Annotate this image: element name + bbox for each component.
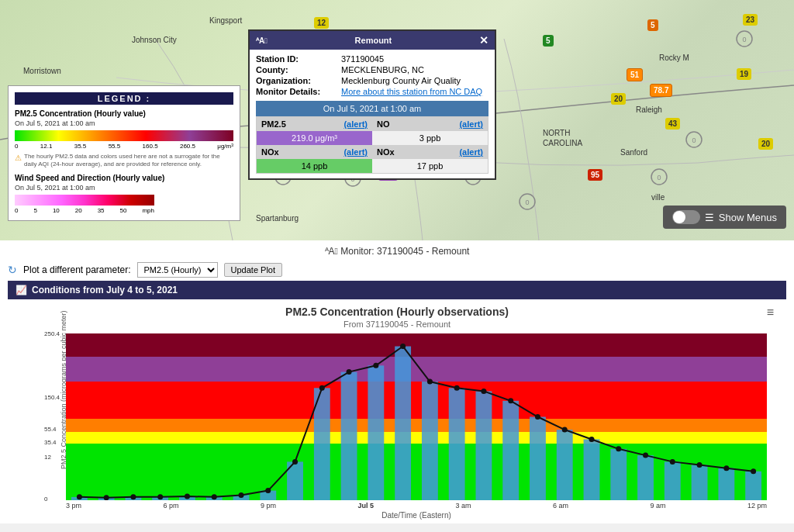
popup-monitor-link[interactable]: More about this station from NC DAQ [341,87,482,96]
toggle-knob [673,211,685,223]
svg-text:Kingsport: Kingsport [209,16,242,25]
svg-point-74 [697,462,703,468]
popup-pm25-alert-link[interactable]: (alert) [343,119,368,129]
svg-text:0: 0 [525,199,529,206]
svg-point-75 [723,465,729,471]
x-axis-labels: 3 pm 6 pm 9 pm Jul 5 3 am 6 am 9 am 12 p… [66,500,767,510]
show-menus-toggle[interactable]: ☰ Show Menus [663,206,786,229]
marker-19[interactable]: 19 [737,68,751,80]
svg-text:Sanford: Sanford [620,148,647,157]
legend-wind-date: On Jul 5, 2021 at 1:00 am [15,184,233,192]
popup-no-label-cell: NO (alert) [372,117,488,131]
popup-nox-value-cell: 14 ppb [257,159,372,173]
popup-nox-label-cell: NOx (alert) [257,145,372,159]
svg-text:0: 0 [657,174,661,181]
popup-monitor-label: Monitor Details: [256,87,341,96]
show-menus-icon: ☰ [705,212,714,223]
svg-point-52 [104,495,109,500]
plot-param-label: Plot a different parameter: [23,264,131,275]
y-tick-12: 12 [44,454,51,461]
popup-no-value-cell: 3 ppb [372,131,488,145]
popup-station-value: 371190045 [341,54,384,64]
popup-body: Station ID: 371190045 County: MECKLENBUR… [250,50,495,178]
y-tick-0: 0 [44,495,47,502]
svg-point-53 [130,494,136,499]
svg-rect-44 [584,439,600,500]
refresh-icon: ↻ [8,264,17,276]
svg-point-66 [481,389,486,394]
conditions-icon: 📈 [16,285,27,295]
plot-controls: ↻ Plot a different parameter: PM2.5 (Hou… [8,259,786,281]
marker-20a[interactable]: 20 [611,93,626,105]
svg-point-69 [562,427,568,433]
svg-rect-43 [557,430,573,500]
map-section: Morristown Knoxville Johnson City Kingsp… [0,0,794,240]
svg-point-59 [292,459,298,465]
marker-5[interactable]: 5 [543,35,554,47]
popup-org-row: Organization: Mecklenburg County Air Qua… [256,76,488,85]
svg-rect-37 [395,347,411,500]
marker-5b[interactable]: 5 [647,19,658,31]
popup-nox-alert-link[interactable]: (alert) [343,147,368,157]
legend-wind-label: Wind Speed and Direction (Hourly value) [15,174,233,182]
svg-rect-39 [449,388,465,500]
popup-close-button[interactable]: ✕ [479,34,488,47]
toggle-switch[interactable] [672,210,700,224]
param-select[interactable]: PM2.5 (Hourly) [137,262,218,278]
y-tick-554: 55.4 [44,425,57,432]
svg-point-51 [77,494,82,499]
svg-point-57 [239,492,244,498]
marker-787[interactable]: 78.7 [650,84,672,97]
svg-rect-50 [745,472,761,500]
popup-no-alert-link[interactable]: (alert) [459,119,483,129]
popup-nox2-label-cell: NOx (alert) [372,145,488,159]
popup-nox2-value-cell: 17 ppb [372,159,488,173]
svg-rect-45 [610,449,627,500]
legend-pm25-label: PM2.5 Concentration (Hourly value) [15,109,233,118]
legend-box: LEGEND : PM2.5 Concentration (Hourly val… [8,85,240,221]
svg-point-54 [157,494,163,499]
legend-note-icon: ⚠ [15,153,22,163]
svg-rect-36 [368,365,384,500]
svg-rect-46 [637,455,654,500]
popup-county-row: County: MECKLENBURG, NC [256,65,488,74]
chart-menu-icon[interactable]: ≡ [767,306,774,320]
x-axis-label: Date/Time (Eastern) [66,510,767,520]
legend-pm25-date: On Jul 5, 2021 at 1:00 am [15,119,233,127]
svg-text:Morristown: Morristown [23,67,61,75]
popup-data-header: On Jul 5, 2021 at 1:00 am [256,101,488,116]
svg-text:Raleigh: Raleigh [636,105,662,114]
legend-wind-scale: 0 5 10 20 35 50 mph [15,207,154,214]
popup-header: ᴬA᷊ Remount ✕ [250,31,495,50]
marker-95[interactable]: 95 [588,169,602,181]
y-tick-354: 35.4 [44,438,57,445]
legend-pm25-gradient [15,130,233,141]
marker-20b[interactable]: 20 [758,138,773,150]
y-tick-2504: 250.4 [44,330,60,337]
chart-svg [66,333,767,500]
marker-12[interactable]: 12 [314,17,329,29]
svg-point-70 [589,437,595,442]
svg-point-73 [670,459,675,465]
marker-43[interactable]: 43 [665,118,680,130]
conditions-header: 📈 Conditions from July 4 to 5, 2021 [8,281,786,299]
legend-wind-gradient [15,195,154,206]
svg-text:ville: ville [651,193,665,202]
popup-org-value: Mecklenburg County Air Quality [341,76,461,85]
conditions-label: Conditions from July 4 to 5, 2021 [32,285,178,295]
station-popup: ᴬA᷊ Remount ✕ Station ID: 371190045 Coun… [248,29,496,180]
svg-point-65 [454,385,460,391]
svg-point-71 [616,446,621,451]
update-plot-button[interactable]: Update Plot [224,263,282,277]
popup-title-icon: ᴬA᷊ [256,36,268,45]
chart-title: PM2.5 Concentration (Hourly observations… [16,306,778,318]
legend-note: ⚠ The hourly PM2.5 data and colors used … [15,153,233,169]
y-tick-1504: 150.4 [44,393,60,400]
marker-51[interactable]: 51 [627,68,643,81]
svg-point-64 [427,379,433,385]
svg-rect-35 [341,372,357,500]
popup-nox2-alert-link[interactable]: (alert) [459,147,483,157]
popup-station-label: Station ID: [256,54,341,64]
marker-23[interactable]: 23 [743,14,758,26]
svg-rect-38 [422,382,438,500]
